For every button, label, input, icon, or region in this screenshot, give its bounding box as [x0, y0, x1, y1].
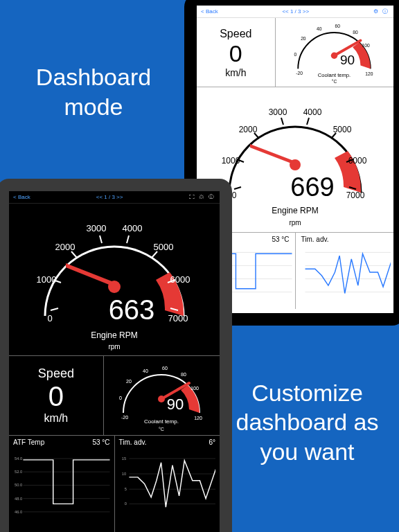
svg-text:52.0: 52.0: [15, 470, 22, 474]
svg-text:120: 120: [366, 71, 373, 76]
svg-point-72: [158, 396, 165, 402]
svg-text:669: 669: [290, 172, 334, 202]
svg-text:50.0: 50.0: [15, 483, 22, 487]
back-button[interactable]: < Back: [201, 8, 218, 15]
dark-chart-1[interactable]: ATF Temp 53 °C 54.052.0 50.048.0 46.0: [9, 436, 115, 532]
dark-screen: < Back << 1 / 3 >> ⛶ ⚙ ⓘ 0 1000 2000 300…: [9, 191, 220, 532]
svg-text:3000: 3000: [269, 107, 287, 117]
svg-point-30: [290, 159, 301, 170]
svg-text:7000: 7000: [346, 190, 365, 200]
svg-text:10: 10: [121, 472, 125, 476]
svg-text:Coolant temp.: Coolant temp.: [144, 418, 179, 425]
svg-text:Engine RPM: Engine RPM: [91, 330, 137, 340]
coolant-gauge[interactable]: -200 2040 6080 100120 90 Coolant temp. °…: [104, 356, 220, 435]
svg-text:46.0: 46.0: [15, 510, 22, 514]
coolant-gauge-icon: -200 2040 6080 100120 90 Coolant temp. °…: [106, 357, 217, 434]
speed-unit: km/h: [225, 67, 246, 78]
dark-chart-2[interactable]: Tim. adv. 6° 1510 50: [115, 436, 220, 532]
svg-text:15: 15: [121, 456, 125, 461]
svg-text:90: 90: [340, 53, 355, 67]
svg-point-9: [331, 53, 338, 60]
svg-text:0: 0: [47, 313, 52, 323]
svg-text:-20: -20: [121, 415, 128, 420]
svg-text:°C: °C: [332, 79, 337, 84]
svg-text:663: 663: [109, 294, 155, 325]
svg-marker-29: [250, 144, 297, 165]
svg-line-24: [281, 118, 283, 125]
svg-text:°C: °C: [159, 427, 164, 432]
speed-tile[interactable]: Speed 0 km/h: [197, 18, 276, 87]
svg-text:2000: 2000: [55, 242, 76, 252]
svg-text:Engine RPM: Engine RPM: [272, 206, 318, 215]
svg-text:20: 20: [301, 36, 306, 41]
chart1-label: ATF Temp: [13, 438, 44, 446]
svg-text:7000: 7000: [168, 313, 188, 323]
rpm-gauge-tile[interactable]: 0 1000 2000 3000 4000 5000 6000 7000: [9, 204, 220, 356]
chart2-label: Tim. adv.: [119, 438, 147, 446]
svg-line-52: [71, 251, 77, 258]
page-indicator[interactable]: << 1 / 3 >>: [282, 8, 309, 15]
coolant-gauge[interactable]: -200 2040 6080 100120 90 Coolant temp. °…: [276, 18, 393, 87]
svg-line-50: [51, 308, 58, 310]
svg-text:54.0: 54.0: [15, 456, 22, 461]
chart1-value: 53 °C: [272, 236, 289, 243]
svg-text:100: 100: [191, 386, 200, 391]
speed-label: Speed: [38, 366, 74, 381]
svg-text:-20: -20: [296, 71, 303, 76]
svg-text:rpm: rpm: [108, 343, 120, 351]
chart-line-icon: [299, 245, 391, 300]
svg-text:0: 0: [294, 52, 297, 57]
svg-text:3000: 3000: [87, 223, 107, 233]
chart2-label: Tim. adv.: [301, 236, 329, 243]
back-button[interactable]: < Back: [13, 194, 30, 200]
toolbar-icons[interactable]: ⚙ ⓘ: [373, 8, 389, 15]
svg-line-55: [152, 251, 157, 258]
svg-line-25: [307, 118, 309, 125]
chart-line-icon: 1510 50: [119, 447, 216, 520]
rpm-gauge-icon: 0 1000 2000 3000 4000 5000 6000 7000: [14, 205, 215, 354]
svg-text:120: 120: [195, 416, 203, 420]
svg-text:5: 5: [124, 487, 126, 491]
dark-tablet-frame: < Back << 1 / 3 >> ⛶ ⚙ ⓘ 0 1000 2000 300…: [0, 179, 232, 532]
svg-text:80: 80: [353, 30, 359, 35]
svg-text:100: 100: [362, 43, 370, 48]
light-chart-2[interactable]: Tim. adv.: [296, 233, 394, 309]
svg-text:40: 40: [317, 26, 322, 31]
coolant-gauge-icon: -200 2040 6080 100120 90 Coolant temp. °…: [281, 19, 388, 85]
page-indicator[interactable]: << 1 / 3 >>: [96, 194, 123, 200]
svg-text:0: 0: [119, 396, 122, 400]
light-toolbar: < Back << 1 / 3 >> ⚙ ⓘ: [197, 6, 393, 18]
svg-text:60: 60: [335, 24, 341, 28]
svg-text:1000: 1000: [222, 156, 240, 166]
speed-value: 0: [48, 381, 64, 412]
speed-unit: km/h: [44, 412, 69, 425]
svg-text:0: 0: [124, 502, 126, 506]
speed-value: 0: [229, 40, 242, 67]
svg-text:80: 80: [181, 372, 186, 377]
svg-text:rpm: rpm: [289, 219, 301, 227]
svg-text:60: 60: [162, 366, 168, 371]
dark-toolbar: < Back << 1 / 3 >> ⛶ ⚙ ⓘ: [9, 191, 220, 204]
svg-text:Coolant temp.: Coolant temp.: [318, 72, 351, 78]
svg-point-59: [108, 281, 121, 293]
svg-text:4000: 4000: [303, 107, 322, 117]
promo-heading-bottom: Customize dashboard as you want: [226, 378, 389, 467]
svg-line-21: [234, 187, 241, 189]
svg-text:6000: 6000: [170, 274, 190, 285]
svg-text:40: 40: [143, 369, 148, 373]
toolbar-icons[interactable]: ⛶ ⚙ ⓘ: [189, 194, 215, 200]
speed-tile[interactable]: Speed 0 km/h: [9, 356, 104, 435]
svg-text:48.0: 48.0: [15, 497, 22, 501]
svg-text:0: 0: [232, 190, 237, 200]
promo-heading-top: Dashboard mode: [14, 62, 173, 121]
svg-text:4000: 4000: [123, 223, 143, 233]
speed-label: Speed: [220, 28, 251, 40]
svg-line-53: [100, 236, 102, 243]
chart1-value: 53 °C: [92, 438, 109, 446]
svg-text:5000: 5000: [154, 242, 174, 252]
chart-line-icon: 54.052.0 50.048.0 46.0: [13, 447, 110, 520]
svg-text:20: 20: [126, 379, 132, 384]
svg-text:1000: 1000: [37, 274, 57, 285]
svg-line-54: [127, 236, 129, 243]
chart2-value: 6°: [209, 438, 215, 446]
